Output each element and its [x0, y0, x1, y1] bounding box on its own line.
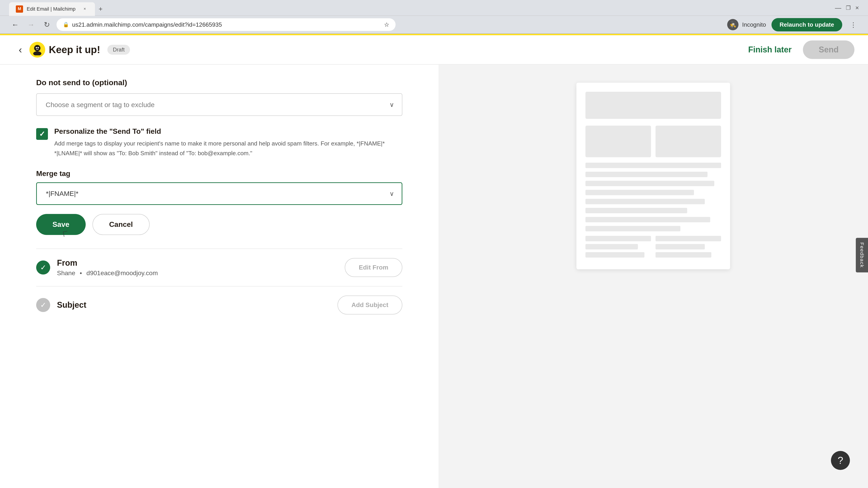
add-subject-button[interactable]: Add Subject — [338, 295, 402, 315]
checkmark-icon: ✓ — [39, 130, 45, 138]
from-separator: • — [80, 269, 82, 276]
window-close-button[interactable]: × — [855, 4, 859, 11]
back-button[interactable]: ← — [9, 19, 21, 31]
right-panel: Feedback — [438, 65, 868, 488]
active-tab[interactable]: M Edit Email | Mailchimp × — [9, 2, 95, 16]
from-section: ✓ From Shane • d901eace@moodjoy.com Edit… — [36, 249, 402, 286]
bookmark-icon[interactable]: ☆ — [384, 21, 389, 28]
preview-text-row-4 — [585, 190, 694, 195]
preview-bottom-right — [655, 236, 721, 260]
preview-bottom-row — [585, 236, 721, 260]
lock-icon: 🔒 — [63, 22, 69, 28]
help-button[interactable]: ? — [831, 451, 850, 470]
preview-header-skeleton — [585, 92, 721, 119]
personalize-checkbox[interactable]: ✓ — [36, 128, 48, 140]
send-button: Send — [803, 40, 855, 59]
save-button[interactable]: Save — [36, 214, 86, 235]
tab-close-button[interactable]: × — [81, 6, 88, 12]
preview-text-row-2 — [585, 172, 708, 177]
subject-label: Subject — [57, 300, 331, 310]
draft-badge: Draft — [107, 45, 130, 55]
mailchimp-logo: Keep it up! Draft — [29, 42, 130, 58]
preview-text-row-5 — [585, 199, 705, 204]
personalize-description: Add merge tags to display your recipient… — [54, 139, 402, 158]
merge-tag-label: Merge tag — [36, 169, 402, 178]
left-panel: Do not send to (optional) Choose a segme… — [0, 65, 438, 488]
new-tab-button[interactable]: + — [95, 3, 106, 15]
preview-image-left-skeleton — [585, 126, 651, 157]
window-maximize-button[interactable]: ❐ — [846, 5, 851, 11]
from-label: From — [57, 258, 338, 268]
merge-tag-section: Merge tag *|FNAME|* ∨ — [36, 169, 402, 205]
incognito-label: Incognito — [742, 21, 766, 28]
from-info: From Shane • d901eace@moodjoy.com — [57, 258, 338, 277]
preview-text-row-8 — [585, 226, 680, 231]
preview-images-row — [585, 126, 721, 157]
subject-check-icon: ✓ — [36, 298, 50, 312]
address-bar[interactable]: 🔒 us21.admin.mailchimp.com/campaigns/edi… — [57, 18, 396, 31]
merge-tag-select[interactable]: *|FNAME|* — [36, 182, 402, 205]
forward-button[interactable]: → — [25, 19, 37, 31]
incognito-icon: 🕵 — [727, 19, 739, 30]
preview-text-row-7 — [585, 217, 710, 222]
cursor-indicator — [63, 231, 68, 237]
relaunch-button[interactable]: Relaunch to update — [772, 18, 842, 31]
preview-text-row-1 — [585, 163, 721, 168]
feedback-tab[interactable]: Feedback — [856, 238, 868, 272]
preview-text-rows — [585, 163, 721, 231]
personalize-checkbox-container: ✓ — [36, 128, 48, 158]
from-email: d901eace@moodjoy.com — [86, 269, 158, 276]
edit-from-button[interactable]: Edit From — [345, 258, 402, 277]
personalize-title: Personalize the "Send To" field — [54, 127, 402, 135]
svg-point-3 — [37, 47, 39, 48]
email-preview — [577, 83, 730, 269]
svg-point-2 — [36, 47, 37, 48]
tab-title: Edit Email | Mailchimp — [27, 6, 78, 12]
subject-section: ✓ Subject Add Subject — [36, 287, 402, 324]
finish-later-button[interactable]: Finish later — [748, 45, 792, 55]
do-not-send-section: Do not send to (optional) Choose a segme… — [36, 78, 402, 116]
extensions-area: 🕵 Incognito — [727, 19, 766, 30]
preview-image-right-skeleton — [655, 126, 721, 157]
do-not-send-label: Do not send to (optional) — [36, 78, 402, 87]
refresh-button[interactable]: ↻ — [41, 19, 53, 31]
from-value: Shane • d901eace@moodjoy.com — [57, 269, 338, 277]
back-to-campaigns-button[interactable]: ‹ — [13, 43, 27, 57]
merge-tag-select-wrapper: *|FNAME|* ∨ — [36, 182, 402, 205]
preview-text-row-3 — [585, 181, 714, 186]
svg-point-1 — [33, 51, 41, 55]
window-minimize-button[interactable]: — — [835, 4, 841, 11]
form-actions: Save Cancel — [36, 214, 402, 235]
svg-point-0 — [34, 45, 40, 51]
preview-text-row-6 — [585, 208, 687, 213]
app-header: ‹ Keep it up! Draft Finish later Send — [0, 35, 868, 65]
from-check-icon: ✓ — [36, 260, 50, 274]
app-title: Keep it up! — [49, 44, 100, 55]
browser-menu-button[interactable]: ⋮ — [848, 21, 859, 29]
personalize-text-area: Personalize the "Send To" field Add merg… — [54, 127, 402, 158]
segment-exclude-select[interactable]: Choose a segment or tag to exclude — [36, 93, 402, 116]
from-name: Shane — [57, 269, 75, 276]
personalize-section: ✓ Personalize the "Send To" field Add me… — [36, 127, 402, 158]
preview-bottom-left — [585, 236, 651, 260]
segment-select-wrapper: Choose a segment or tag to exclude ∨ — [36, 93, 402, 116]
freddie-icon — [29, 42, 45, 58]
subject-info: Subject — [57, 300, 331, 310]
cancel-button[interactable]: Cancel — [92, 214, 150, 235]
address-text: us21.admin.mailchimp.com/campaigns/edit?… — [72, 21, 381, 28]
tab-favicon: M — [16, 5, 23, 13]
